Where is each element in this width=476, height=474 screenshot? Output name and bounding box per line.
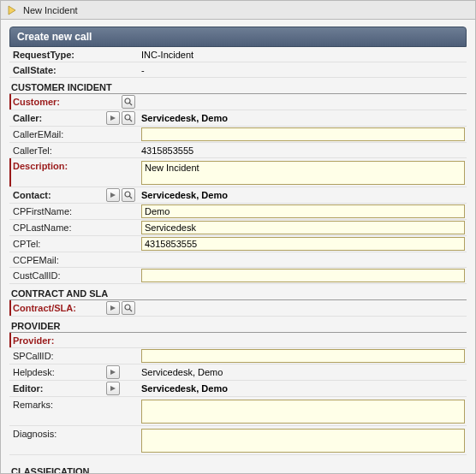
form-scroll-area[interactable]: Create new call RequestType: INC-Inciden… bbox=[1, 20, 475, 473]
value-contact: Servicedesk, Demo bbox=[136, 187, 467, 203]
lookup-caller-button[interactable] bbox=[122, 111, 135, 125]
form-area: RequestType: INC-Incident CallState: - C… bbox=[9, 47, 467, 473]
label-customer: Customer: bbox=[9, 94, 105, 110]
svg-line-2 bbox=[129, 103, 132, 105]
tab-icon bbox=[6, 4, 18, 16]
value-provider bbox=[136, 333, 467, 347]
input-spcallid[interactable] bbox=[141, 349, 465, 363]
value-callstate: - bbox=[136, 62, 467, 77]
label-callstate: CallState: bbox=[9, 62, 105, 77]
value-contractsla bbox=[136, 300, 467, 316]
value-callertel: 4315853555 bbox=[136, 143, 467, 157]
create-call-header: Create new call bbox=[9, 27, 467, 47]
value-customer bbox=[136, 94, 467, 110]
picker-caller-button[interactable] bbox=[106, 111, 120, 125]
svg-point-1 bbox=[125, 98, 130, 104]
label-calleremail: CallerEMail: bbox=[9, 127, 105, 142]
input-cplastname[interactable] bbox=[141, 221, 465, 234]
input-cptel[interactable] bbox=[141, 237, 465, 251]
label-diagnosis: Diagnosis: bbox=[9, 426, 105, 454]
label-requesttype: RequestType: bbox=[9, 47, 105, 62]
label-cpfirstname: CPFirstName: bbox=[9, 204, 105, 219]
picker-contact-button[interactable] bbox=[106, 188, 120, 202]
input-cpfirstname[interactable] bbox=[141, 204, 465, 218]
svg-marker-9 bbox=[110, 305, 116, 311]
label-description: Description: bbox=[9, 158, 105, 187]
svg-marker-0 bbox=[9, 6, 15, 15]
lookup-contractsla-button[interactable] bbox=[122, 301, 135, 315]
picker-contractsla-button[interactable] bbox=[106, 301, 120, 315]
value-helpdesk: Servicedesk, Demo bbox=[136, 364, 467, 380]
value-requesttype: INC-Incident bbox=[136, 47, 467, 62]
input-description[interactable] bbox=[141, 161, 465, 185]
section-contract-sla: CONTRACT AND SLA bbox=[9, 286, 467, 300]
svg-marker-12 bbox=[110, 370, 116, 375]
tab-bar: New Incident bbox=[1, 1, 475, 20]
value-ccpemail bbox=[136, 252, 467, 267]
svg-marker-6 bbox=[110, 193, 116, 198]
svg-marker-13 bbox=[110, 386, 116, 391]
section-classification: CLASSIFICATION bbox=[9, 464, 467, 473]
label-caller: Caller: bbox=[9, 110, 105, 126]
label-remarks: Remarks: bbox=[9, 397, 105, 425]
input-calleremail[interactable] bbox=[141, 127, 465, 141]
tab-title: New Incident bbox=[23, 5, 78, 15]
lookup-customer-button[interactable] bbox=[122, 95, 135, 109]
svg-marker-3 bbox=[110, 116, 116, 121]
svg-point-4 bbox=[125, 115, 130, 120]
input-custcallid[interactable] bbox=[141, 269, 465, 282]
label-editor: Editor: bbox=[9, 381, 105, 396]
label-callertel: CallerTel: bbox=[9, 143, 105, 157]
label-custcallid: CustCallID: bbox=[9, 268, 105, 283]
svg-line-11 bbox=[129, 309, 132, 311]
input-remarks[interactable] bbox=[141, 400, 465, 424]
picker-editor-button[interactable] bbox=[106, 382, 120, 395]
label-ccpemail: CCPEMail: bbox=[9, 252, 105, 267]
section-provider: PROVIDER bbox=[9, 318, 467, 333]
label-contractsla: Contract/SLA: bbox=[9, 300, 105, 316]
incident-window: New Incident Create new call RequestType… bbox=[0, 0, 476, 474]
label-contact: Contact: bbox=[9, 187, 105, 203]
label-spcallid: SPCallID: bbox=[9, 348, 105, 364]
svg-line-8 bbox=[129, 196, 132, 198]
svg-line-5 bbox=[129, 119, 132, 121]
svg-point-10 bbox=[125, 305, 130, 310]
input-diagnosis[interactable] bbox=[141, 429, 465, 453]
label-helpdesk: Helpdesk: bbox=[9, 364, 105, 380]
lookup-contact-button[interactable] bbox=[122, 188, 135, 202]
svg-point-7 bbox=[125, 192, 130, 197]
value-caller: Servicedesk, Demo bbox=[136, 110, 467, 126]
section-customer-incident: CUSTOMER INCIDENT bbox=[9, 80, 467, 94]
label-cptel: CPTel: bbox=[9, 236, 105, 252]
label-cplastname: CPLastName: bbox=[9, 220, 105, 235]
picker-helpdesk-button[interactable] bbox=[106, 365, 120, 379]
value-editor: Servicedesk, Demo bbox=[136, 381, 467, 396]
label-provider: Provider: bbox=[9, 333, 105, 347]
